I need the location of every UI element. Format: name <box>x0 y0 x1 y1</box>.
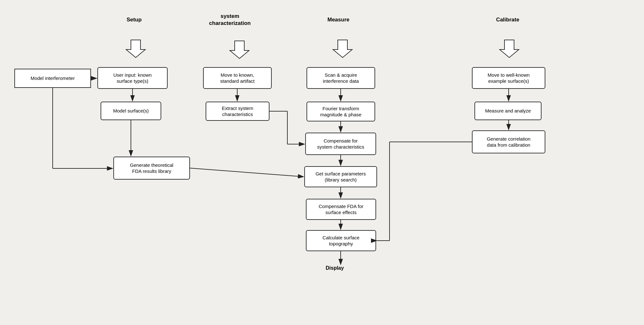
arrows-svg <box>0 0 644 325</box>
col-label-measure: Measure <box>313 17 364 23</box>
measure-arrow-icon <box>333 40 352 58</box>
box-move-known: Move to known,standard artifact <box>203 67 272 89</box>
calibrate-arrow-icon <box>500 40 519 58</box>
col-label-syschar: systemcharacterization <box>198 13 262 27</box>
box-display: Display <box>326 265 344 271</box>
box-measure-analyze: Measure and analyze <box>474 102 542 120</box>
box-gen-fda: Generate theoreticalFDA results library <box>113 157 190 180</box>
diagram-container: Setup systemcharacterization Measure Cal… <box>0 0 644 325</box>
arrow-genfda-to-gs <box>190 168 304 177</box>
box-fourier: Fourier transformmagnitude & phase <box>307 102 375 121</box>
setup-arrow-icon <box>126 40 145 58</box>
col-label-calibrate: Calibrate <box>476 17 540 23</box>
box-scan-acquire: Scan & acquireinterference data <box>307 67 375 89</box>
box-compensate-sys: Compensate forsystem characteristics <box>305 133 376 155</box>
box-gen-correlation: Generate correlationdata from calibratio… <box>472 130 545 153</box>
box-get-surface: Get surface parameters(library search) <box>304 166 377 187</box>
syschar-arrow-icon <box>230 41 249 58</box>
box-model-interferometer: Model interferometer <box>14 69 91 88</box>
box-move-wellknown: Move to well-knownexample surface(s) <box>472 67 545 89</box>
box-compensate-fda: Compensate FDA forsurface effects <box>306 199 376 220</box>
box-user-input: User input: knownsurface type(s) <box>97 67 168 89</box>
box-model-surface: Model surface(s) <box>101 102 161 120</box>
box-extract-system: Extract systemcharacteristics <box>206 102 269 121</box>
col-label-setup: Setup <box>109 17 160 23</box>
box-calc-surface: Calculate surfacetopography <box>306 230 376 251</box>
